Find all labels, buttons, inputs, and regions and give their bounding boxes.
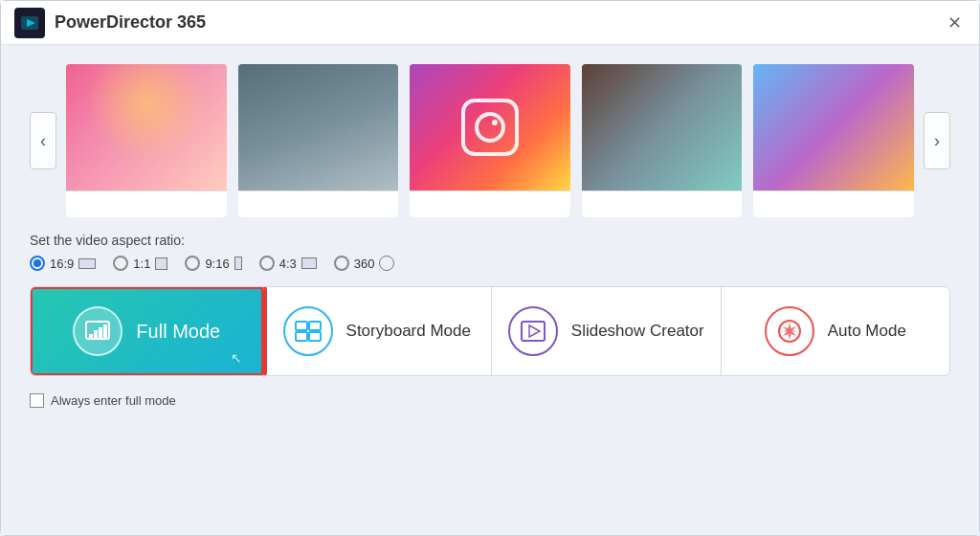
full-mode-icon [73,306,122,356]
carousel-prev-button[interactable]: ‹ [30,112,56,169]
aspect-icon-1-1 [155,257,167,270]
storyboard-mode-icon [283,306,333,356]
aspect-label-9-16: 9:16 [205,257,229,271]
aspect-ratio-section: Set the video aspect ratio: 16:9 1:1 [30,233,950,271]
radio-4-3[interactable] [259,256,275,271]
slideshow-creator-icon [508,306,558,356]
auto-mode-button[interactable]: Auto Mode [722,287,950,375]
svg-rect-6 [103,324,107,338]
aspect-label-1-1: 1:1 [133,257,150,271]
thumbnail-3-image [410,64,570,190]
aspect-option-1-1[interactable]: 1:1 [113,256,167,271]
aspect-ratio-options: 16:9 1:1 9:16 4:3 [30,256,394,271]
main-content: ‹ [1,45,979,535]
app-icon [14,8,45,38]
thumbnail-2-image [238,64,399,190]
svg-rect-8 [309,322,321,330]
storyboard-mode-label: Storyboard Mode [346,322,471,341]
aspect-option-4-3[interactable]: 4:3 [259,256,317,271]
thumbnail-1[interactable] [66,64,227,217]
close-button[interactable]: ✕ [943,11,966,34]
thumbnail-4-image [582,64,743,190]
aspect-label-360: 360 [354,257,375,271]
mode-selection: Full Mode ↖ Storyboard Mode [30,286,950,376]
app-window: PowerDirector 365 ✕ ‹ [0,0,980,536]
thumbnail-5-image [753,64,914,190]
aspect-icon-16-9 [78,258,96,269]
auto-mode-label: Auto Mode [828,322,906,341]
carousel-wrapper: ‹ [30,64,950,217]
thumbnail-2[interactable] [238,64,399,217]
radio-1-1[interactable] [113,256,128,271]
carousel-next-button[interactable]: › [924,112,950,169]
title-left: PowerDirector 365 [14,8,206,38]
aspect-label-4-3: 4:3 [279,257,297,271]
svg-rect-3 [89,334,93,338]
svg-rect-10 [309,332,321,341]
aspect-label-16-9: 16:9 [50,257,74,271]
slideshow-creator-button[interactable]: Slideshow Creator [492,287,722,375]
thumbnail-5-label [753,190,914,217]
svg-rect-5 [99,327,102,338]
svg-rect-7 [296,322,307,330]
aspect-icon-9-16 [234,257,242,270]
footer-checkbox-row: Always enter full mode [30,393,950,408]
svg-rect-4 [94,330,98,338]
aspect-option-16-9[interactable]: 16:9 [30,256,96,271]
aspect-ratio-label: Set the video aspect ratio: [30,233,185,248]
slideshow-creator-label: Slideshow Creator [571,322,704,341]
auto-mode-icon [765,306,814,356]
app-title: PowerDirector 365 [55,12,206,33]
radio-16-9[interactable] [30,256,45,271]
aspect-icon-360 [379,256,394,271]
radio-9-16[interactable] [185,256,200,271]
aspect-option-9-16[interactable]: 9:16 [185,256,241,271]
title-bar: PowerDirector 365 ✕ [1,1,979,45]
thumbnail-3-label [410,190,570,217]
thumbnail-1-image [66,64,227,190]
instagram-dot [492,120,498,125]
instagram-icon [461,99,519,156]
thumbnail-2-label [238,190,399,217]
always-full-mode-checkbox[interactable] [30,393,44,408]
svg-rect-9 [296,332,307,341]
aspect-option-360[interactable]: 360 [334,256,395,271]
thumbnail-5[interactable] [753,64,914,217]
thumbnail-3[interactable] [410,64,570,217]
always-full-mode-label[interactable]: Always enter full mode [51,393,176,408]
thumbnail-4-label [582,190,743,217]
aspect-icon-4-3 [301,257,317,269]
instagram-inner [475,112,505,143]
thumbnail-carousel [66,64,914,217]
cursor-icon: ↖ [231,350,242,366]
thumbnail-4[interactable] [582,64,743,217]
radio-360[interactable] [334,256,349,271]
svg-marker-12 [529,325,540,337]
storyboard-mode-button[interactable]: Storyboard Mode [263,287,493,375]
thumbnail-1-label [66,190,227,217]
full-mode-button[interactable]: Full Mode ↖ [30,286,264,376]
full-mode-label: Full Mode [136,321,220,343]
